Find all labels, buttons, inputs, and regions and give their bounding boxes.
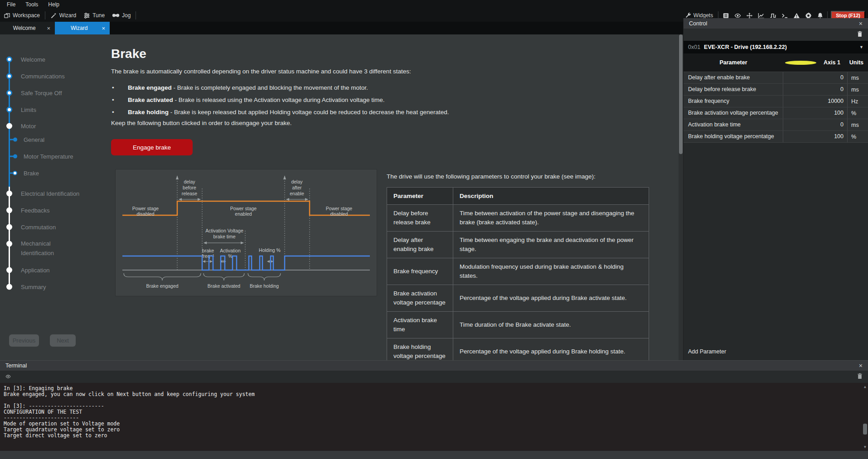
param-name: Brake frequency (684, 96, 783, 107)
wizard-stepper: Welcome Communications Safe Torque Off L… (0, 34, 92, 360)
param-value[interactable]: 0 (783, 72, 848, 83)
param-value[interactable]: 100 (783, 107, 848, 119)
scroll-down-icon[interactable]: ▼ (862, 444, 868, 450)
workspace-button[interactable]: Workspace (0, 10, 44, 21)
main-scrollbar[interactable] (679, 34, 683, 360)
terminal-line: CONFIGURATION OF THE TEST (4, 409, 868, 415)
diagram-label: before (183, 185, 196, 190)
diagram-label: Brake activated (208, 283, 241, 289)
column-header: Parameter (387, 188, 453, 205)
diagram-label: after (292, 185, 302, 190)
previous-button[interactable]: Previous (9, 334, 39, 347)
brake-parameters-table: Parameter Description Delay before relea… (387, 187, 649, 365)
step-label: Feedbacks (21, 207, 50, 214)
table-row: Brake activation voltage percentagePerce… (387, 285, 649, 312)
step-dot (13, 171, 17, 175)
param-unit: ms (848, 122, 868, 128)
menu-tools[interactable]: Tools (20, 1, 43, 8)
param-value[interactable]: 0 (783, 119, 848, 130)
drive-name: EVE-XCR - Drive (192.168.2.22) (704, 44, 787, 50)
diagram-label: disabled (330, 211, 348, 217)
engage-brake-button[interactable]: Engage brake (111, 139, 193, 155)
scrollbar-thumb[interactable] (679, 34, 683, 154)
menubar: File Tools Help (0, 0, 868, 9)
toolbar-separator (45, 11, 45, 19)
param-unit: ms (848, 87, 868, 93)
eye-icon[interactable] (5, 373, 11, 381)
trash-icon[interactable] (857, 373, 863, 381)
parameter-row: Brake frequency10000Hz (684, 96, 868, 107)
panel-title: Control (689, 20, 707, 27)
terminal-panel: Terminal × In [3]: Engaging brake Brake … (0, 360, 868, 459)
diagram-label: brake (202, 248, 214, 253)
menu-help[interactable]: Help (43, 1, 64, 8)
add-parameter-button[interactable]: Add Parameter (688, 348, 726, 355)
close-icon[interactable]: × (859, 362, 863, 369)
terminal-scrollbar[interactable]: ▲ ▼ (862, 383, 868, 451)
control-panel-body: Add Parameter (684, 143, 868, 360)
close-icon[interactable]: × (859, 20, 863, 27)
terminal-line: Target direct voltage set to zero (4, 433, 868, 439)
bullet-desc: - Brake is keep released but applied Hol… (169, 109, 449, 116)
param-unit: % (848, 110, 868, 116)
step-label: Motor (21, 123, 36, 130)
note-text: Keep the following button clicked in ord… (111, 120, 292, 126)
tab-wizard-label: Wizard (59, 25, 99, 31)
control-panel-toolbar (684, 29, 868, 41)
step-label: Safe Torque Off (21, 90, 62, 97)
step-dot (6, 123, 12, 129)
next-button[interactable]: Next (50, 334, 76, 347)
column-header: Parameter (684, 59, 783, 66)
app-window: File Tools Help Workspace Wizard Tune Jo… (0, 0, 868, 459)
menu-file[interactable]: File (2, 1, 20, 8)
wizard-button[interactable]: Wizard (47, 10, 80, 21)
list-item: Brake holding - Brake is keep released b… (111, 109, 449, 116)
param-cell: Activation brake time (387, 312, 453, 338)
scrollbar-thumb[interactable] (863, 424, 867, 435)
diagram-label: Activation (220, 248, 241, 253)
param-unit: Hz (848, 98, 868, 105)
close-icon[interactable]: × (99, 25, 105, 32)
param-value[interactable]: 100 (783, 131, 848, 142)
brake-states-list: Brake engaged - Brake is completely enga… (111, 84, 449, 121)
trash-icon[interactable] (857, 31, 863, 39)
step-dot (6, 224, 12, 230)
drive-id: 0x01 (688, 44, 700, 50)
diagram-label: delay (184, 179, 195, 184)
diagram-label: enabled (235, 211, 252, 217)
terminal-line: Brake engaged, you can now click on Next… (4, 391, 868, 397)
param-value[interactable]: 0 (783, 84, 848, 95)
jog-button[interactable]: Jog (108, 10, 134, 21)
table-row: Activation brake timeTime duration of th… (387, 312, 649, 338)
param-value[interactable]: 10000 (783, 96, 848, 107)
param-cell: Delay before release brake (387, 205, 453, 232)
chevron-down-icon[interactable]: ▼ (859, 45, 863, 49)
drive-selector[interactable]: 0x01 EVE-XCR - Drive (192.168.2.22) ▼ (684, 41, 868, 53)
axis-status-dot (785, 61, 816, 65)
scroll-up-icon[interactable]: ▲ (862, 384, 868, 390)
desc-cell: Time duration of the Brake activate stat… (453, 312, 649, 338)
diagram-label: % (228, 253, 232, 259)
diagram-label: Activation Voltage (205, 228, 243, 233)
step-dot (6, 208, 12, 213)
parameter-row: Brake holding voltage percentatge100% (684, 131, 868, 143)
step-dot (6, 73, 12, 79)
list-item: Brake activated - Brake is released usin… (111, 97, 449, 103)
parameter-row: Activation brake time0ms (684, 119, 868, 131)
step-label: Limits (21, 106, 36, 113)
terminal-line: Target quadrature voltage set to zero (4, 427, 868, 433)
tab-wizard[interactable]: Wizard × (55, 22, 110, 34)
terminal-titlebar: Terminal × (0, 360, 868, 371)
terminal-line (4, 397, 868, 403)
step-label: Welcome (21, 56, 45, 63)
param-name: Brake holding voltage percentatge (684, 131, 783, 142)
toolbar-separator (136, 11, 136, 19)
tab-welcome[interactable]: Welcome × (0, 22, 55, 34)
param-cell: Delay after enabling brake (387, 232, 453, 258)
terminal-line: In [3]: ------------------------ (4, 403, 868, 409)
diagram-label: Power stage (230, 206, 257, 211)
close-icon[interactable]: × (44, 25, 50, 32)
diagram-label: Brake holding (250, 283, 279, 289)
params-intro-text: The drive will use the following paramet… (387, 173, 659, 180)
tune-button[interactable]: Tune (80, 10, 108, 21)
